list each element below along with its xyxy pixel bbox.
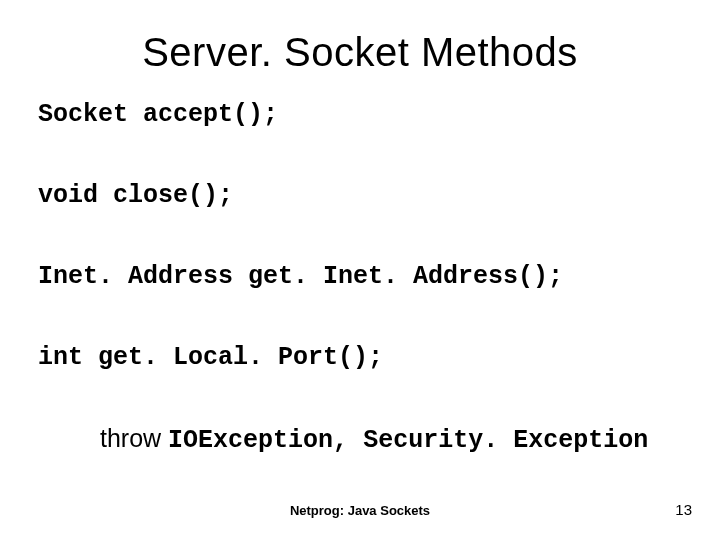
slide-title: Server. Socket Methods — [0, 30, 720, 75]
slide-body: Socket accept(); void close(); Inet. Add… — [38, 100, 682, 455]
throw-exceptions: IOException, Security. Exception — [168, 426, 648, 455]
slide: Server. Socket Methods Socket accept(); … — [0, 0, 720, 540]
footer-center: Netprog: Java Sockets — [0, 503, 720, 518]
method-line: Socket accept(); — [38, 100, 682, 129]
page-number: 13 — [675, 501, 692, 518]
throw-keyword: throw — [100, 424, 168, 452]
method-line: int get. Local. Port(); — [38, 343, 682, 372]
throw-line: throw IOException, Security. Exception — [100, 424, 682, 455]
method-line: void close(); — [38, 181, 682, 210]
method-line: Inet. Address get. Inet. Address(); — [38, 262, 682, 291]
